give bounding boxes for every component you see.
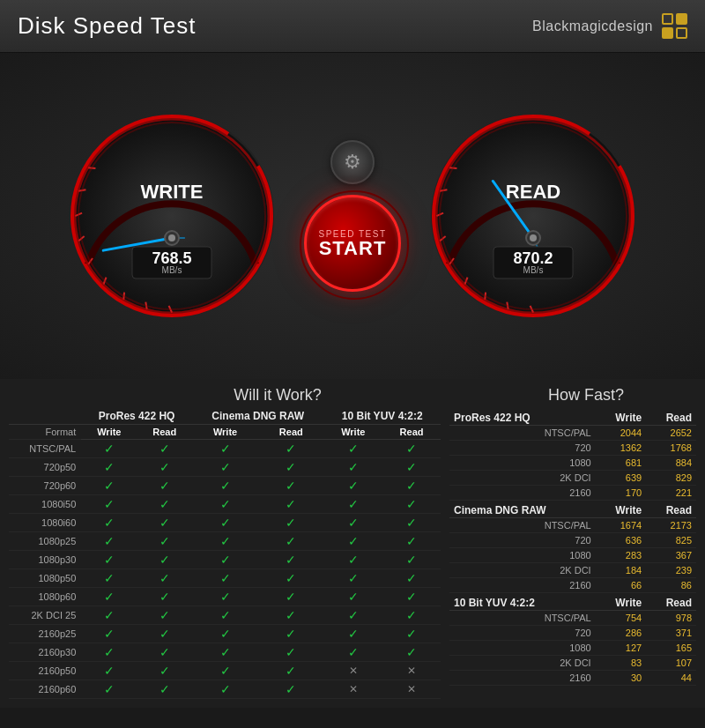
check-cell: ✓ xyxy=(192,680,258,699)
check-cell: ✓ xyxy=(81,495,137,514)
check-icon: ✓ xyxy=(104,627,115,641)
check-cell: ✓ xyxy=(323,477,382,495)
check-icon: ✓ xyxy=(286,627,296,641)
check-cell: ✓ xyxy=(323,532,382,551)
check-cell: ✓ xyxy=(137,643,191,662)
check-icon: ✓ xyxy=(406,590,417,604)
check-cell: ✓ xyxy=(192,514,258,532)
check-icon: ✓ xyxy=(160,645,170,659)
check-icon: ✓ xyxy=(160,571,170,585)
check-cell: ✓ xyxy=(323,606,382,625)
how-fast-header: How Fast? xyxy=(485,386,687,405)
read-value: 2173 xyxy=(646,518,696,533)
check-icon: ✓ xyxy=(104,682,115,696)
check-icon: ✓ xyxy=(160,553,170,567)
check-cell: ✓ xyxy=(137,569,191,588)
check-cell: ✓ xyxy=(258,532,323,551)
check-cell: ✓ xyxy=(137,477,191,495)
brand-sq-4 xyxy=(676,27,687,39)
check-icon: ✓ xyxy=(348,645,359,659)
data-row: 1080127165 xyxy=(449,641,696,656)
check-cell: ✓ xyxy=(192,569,258,588)
check-cell: ✓ xyxy=(258,662,323,680)
check-icon: ✓ xyxy=(160,479,170,493)
format-cell: 2160 xyxy=(449,578,596,593)
check-cell: ✓ xyxy=(137,532,191,551)
write-value: 66 xyxy=(596,578,646,593)
write-value: 1362 xyxy=(596,441,646,456)
check-icon: ✓ xyxy=(286,460,296,474)
write-value: 636 xyxy=(596,533,646,548)
check-icon: ✓ xyxy=(220,682,231,696)
check-cell: ✓ xyxy=(323,458,382,477)
data-row: 720286371 xyxy=(449,626,696,641)
svg-text:MB/s: MB/s xyxy=(162,265,182,275)
check-cell: ✓ xyxy=(137,606,191,625)
check-icon: ✓ xyxy=(348,442,359,456)
center-controls: ⚙ SPEED TEST START xyxy=(304,140,401,292)
check-cell: ✓ xyxy=(258,495,323,514)
check-cell: ✓ xyxy=(137,680,191,699)
check-cell: ✓ xyxy=(192,495,258,514)
check-cell: ✓ xyxy=(258,588,323,606)
check-cell: ✓ xyxy=(323,588,382,606)
format-cell: 2160p50 xyxy=(9,662,81,680)
check-icon: ✓ xyxy=(104,516,115,530)
settings-button[interactable]: ⚙ xyxy=(330,140,375,184)
write-col-header: Write xyxy=(596,501,646,518)
check-cell: ✓ xyxy=(323,495,382,514)
check-icon: ✓ xyxy=(406,516,417,530)
table-row: 2160p60✓✓✓✓✕✕ xyxy=(9,680,441,699)
section-header-row: ProRes 422 HQWriteRead xyxy=(449,408,696,426)
cross-icon: ✕ xyxy=(349,665,358,677)
data-row: NTSC/PAL20442652 xyxy=(449,426,696,441)
check-icon: ✓ xyxy=(406,479,417,493)
format-cell: NTSC/PAL xyxy=(449,426,596,441)
start-button[interactable]: SPEED TEST START xyxy=(304,195,401,292)
table-row: 1080i50✓✓✓✓✓✓ xyxy=(9,495,441,514)
app-title: Disk Speed Test xyxy=(18,12,196,40)
section-label: ProRes 422 HQ xyxy=(449,408,596,426)
check-icon: ✓ xyxy=(104,571,115,585)
format-cell: 720 xyxy=(449,626,596,641)
table-row: NTSC/PAL✓✓✓✓✓✓ xyxy=(9,440,441,458)
check-icon: ✓ xyxy=(104,534,115,548)
write-value: 286 xyxy=(596,626,646,641)
check-cell: ✓ xyxy=(192,458,258,477)
data-row: 72013621768 xyxy=(449,441,696,456)
read-value: 884 xyxy=(646,456,696,471)
check-cell: ✓ xyxy=(323,440,382,458)
check-icon: ✓ xyxy=(286,534,296,548)
check-icon: ✓ xyxy=(348,571,359,585)
write-col-header: Write xyxy=(596,593,646,611)
format-cell: 1080p30 xyxy=(9,551,81,569)
format-cell: 2160p30 xyxy=(9,643,81,662)
format-cell: 2K DCI 25 xyxy=(9,606,81,625)
format-cell: 720 xyxy=(449,441,596,456)
yuv-422-header: 10 Bit YUV 4:2:2 xyxy=(323,408,441,425)
right-table: ProRes 422 HQWriteReadNTSC/PAL2044265272… xyxy=(449,408,696,699)
check-cell: ✕ xyxy=(323,662,382,680)
check-icon: ✓ xyxy=(286,497,296,511)
check-cell: ✓ xyxy=(258,477,323,495)
check-icon: ✓ xyxy=(160,442,170,456)
check-icon: ✓ xyxy=(220,442,231,456)
format-cell: 1080 xyxy=(449,456,596,471)
check-cell: ✓ xyxy=(81,458,137,477)
format-cell: 2160 xyxy=(449,671,596,686)
table-row: 720p50✓✓✓✓✓✓ xyxy=(9,458,441,477)
read-value: 825 xyxy=(646,533,696,548)
check-icon: ✓ xyxy=(160,497,170,511)
data-row: 21606686 xyxy=(449,578,696,593)
check-cell: ✓ xyxy=(258,458,323,477)
write-value: 681 xyxy=(596,456,646,471)
data-row: 21603044 xyxy=(449,671,696,686)
read-gauge: READ 870.2 MB/s xyxy=(427,110,639,322)
check-icon: ✓ xyxy=(406,460,417,474)
check-cell: ✓ xyxy=(323,643,382,662)
check-cell: ✓ xyxy=(192,532,258,551)
check-cell: ✓ xyxy=(192,606,258,625)
check-cell: ✓ xyxy=(382,495,441,514)
svg-text:768.5: 768.5 xyxy=(152,249,191,267)
check-cell: ✓ xyxy=(382,477,441,495)
